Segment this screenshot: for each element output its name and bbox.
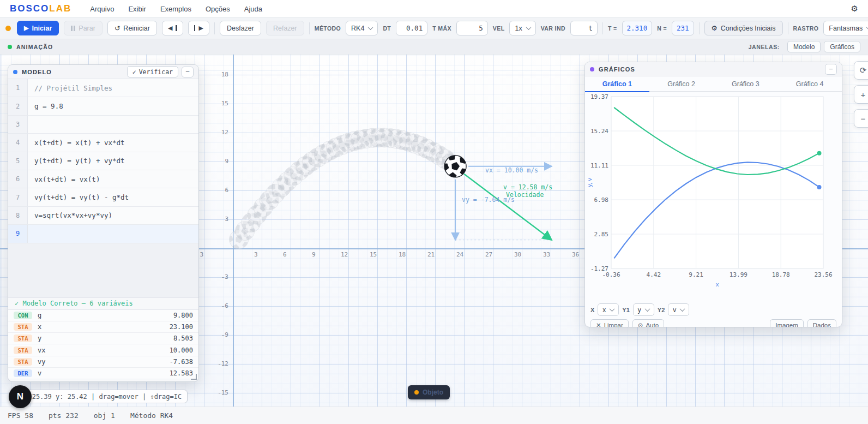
chart-y1-select[interactable]: y xyxy=(633,303,654,316)
chart-y-tick: 11.11 xyxy=(590,162,608,169)
canvas-zoom-out-button[interactable]: − xyxy=(854,109,868,128)
step-forward-button[interactable]: ▶ xyxy=(188,21,209,35)
graficos-panel-header[interactable]: GRÁFICOS − xyxy=(585,62,842,76)
code-line-1[interactable]: 1// Projétil Simples xyxy=(8,79,198,97)
method-label: MÉTODO xyxy=(315,25,341,32)
line-number: 5 xyxy=(8,152,28,170)
step-back-button[interactable]: ◀ xyxy=(162,21,183,35)
code-line-8[interactable]: 8v=sqrt(vx*vx+vy*vy) xyxy=(8,207,198,225)
n-label: N = xyxy=(657,25,667,32)
variable-row-x: STAx23.100 xyxy=(8,321,198,333)
chevron-down-icon xyxy=(368,25,373,30)
start-button[interactable]: ▶Iniciar xyxy=(17,21,59,35)
chart-x-tick: 4.42 xyxy=(647,271,661,278)
varind-input[interactable] xyxy=(570,21,598,35)
graficos-minimize-button[interactable]: − xyxy=(825,64,837,75)
objeto-label: Objeto xyxy=(423,389,443,396)
chart-plot-area xyxy=(611,97,823,268)
animation-bar: ANIMAÇÃO JANELAS: ModeloGráficos xyxy=(0,39,868,55)
code-line-4[interactable]: 4x(t+dt) = x(t) + vx*dt xyxy=(8,134,198,152)
variables-table: CONg9.800STAx23.100STAy8.503STAvx10.000S… xyxy=(8,310,198,380)
variable-kind-badge: STA xyxy=(14,323,32,331)
panel-resize-handle[interactable] xyxy=(191,374,197,380)
status-metodo: Método RK4 xyxy=(130,411,173,420)
janelas-button-graficos[interactable]: Gráficos xyxy=(824,41,860,52)
settings-gear-icon[interactable]: ⚙ xyxy=(851,4,858,14)
verify-button[interactable]: ✓Verificar xyxy=(127,66,178,77)
variable-value: 23.100 xyxy=(170,323,193,331)
code-text: x(t+dt) = x(t) + vx*dt xyxy=(28,134,125,151)
menu-item-exemplos[interactable]: Exemplos xyxy=(160,5,191,13)
export-image-button[interactable]: Imagem xyxy=(770,319,804,327)
redo-button[interactable]: Refazer xyxy=(266,21,304,35)
line-number: 4 xyxy=(8,134,28,151)
variable-name: g xyxy=(38,312,173,319)
code-line-3[interactable]: 3 xyxy=(8,116,198,134)
menu-item-opcoes[interactable]: Opções xyxy=(206,5,230,13)
reset-icon: ↺ xyxy=(114,24,120,32)
tab-grafico-2[interactable]: Gráfico 2 xyxy=(649,76,714,91)
dt-input[interactable] xyxy=(396,21,427,35)
chart-plot: -0.364.429.2113.9918.7823.5619.3715.2411… xyxy=(585,92,842,301)
chart-y2-select[interactable]: v xyxy=(668,303,689,316)
tab-grafico-3[interactable]: Gráfico 3 xyxy=(714,76,778,91)
code-text: g = 9.8 xyxy=(28,97,63,115)
tmax-label: T MÁX xyxy=(432,25,451,32)
tab-grafico-1[interactable]: Gráfico 1 xyxy=(585,76,649,91)
modelo-minimize-button[interactable]: − xyxy=(182,67,194,77)
vel-label: VEL xyxy=(493,25,505,32)
modelo-panel-header[interactable]: MODELO ✓Verificar − xyxy=(8,65,198,79)
clear-chart-button[interactable]: ✕Limpar xyxy=(590,319,629,327)
gear-icon: ⚙ xyxy=(712,24,718,32)
canvas-reset-view-button[interactable]: ⟳ xyxy=(854,61,868,80)
code-line-9[interactable]: 9 xyxy=(8,225,198,243)
chart-x-select[interactable]: x xyxy=(598,303,619,316)
chevron-down-icon xyxy=(680,306,685,312)
code-line-6[interactable]: 6vx(t+dt) = vx(t) xyxy=(8,170,198,188)
rastro-select[interactable]: Fantasmas xyxy=(823,21,868,35)
stop-button[interactable]: Parar xyxy=(64,21,103,35)
code-line-7[interactable]: 7vy(t+dt) = vy(t) - g*dt xyxy=(8,188,198,206)
janelas-button-modelo[interactable]: Modelo xyxy=(787,41,821,52)
code-editor-empty-space[interactable] xyxy=(8,243,198,298)
toolbar: ▶Iniciar Parar ↺Reiniciar ◀ ▶ Desfazer R… xyxy=(0,17,868,39)
export-data-button[interactable]: Dados xyxy=(807,319,836,327)
code-line-2[interactable]: 2g = 9.8 xyxy=(8,97,198,115)
chevron-down-icon xyxy=(644,306,650,312)
reset-button[interactable]: ↺Reiniciar xyxy=(107,21,157,35)
menubar: BOSCOLAB ArquivoExibirExemplosOpçõesAjud… xyxy=(0,0,868,17)
menu-item-ajuda[interactable]: Ajuda xyxy=(244,5,262,13)
animation-title: ANIMAÇÃO xyxy=(16,44,53,50)
initial-conditions-button[interactable]: ⚙Condições Iniciais xyxy=(704,21,783,35)
undo-button[interactable]: Desfazer xyxy=(220,21,261,35)
variable-row-vy: STAvy-7.638 xyxy=(8,356,198,368)
velocity-vector-label: v = 12.58 m/s xyxy=(503,183,552,191)
status-bar: FPS 58pts 232obj 1Método RK4 xyxy=(0,407,868,424)
menu-item-arquivo[interactable]: Arquivo xyxy=(90,5,114,13)
auto-scale-button[interactable]: ⊙Auto xyxy=(632,319,664,327)
chevron-down-icon xyxy=(610,306,615,312)
chart-series-y-end-marker xyxy=(817,185,822,189)
menu-item-exibir[interactable]: Exibir xyxy=(128,5,146,13)
step-back-icon: ◀ xyxy=(168,25,172,31)
reset-view-icon: ⟳ xyxy=(860,65,867,75)
line-number: 1 xyxy=(8,79,28,97)
tmax-input[interactable] xyxy=(456,21,488,35)
variable-row-v: DERv12.583 xyxy=(8,368,198,379)
status-fps: FPS 58 xyxy=(8,411,33,420)
chart-y1-label: Y1 xyxy=(622,307,629,313)
tab-grafico-4[interactable]: Gráfico 4 xyxy=(777,76,842,91)
code-line-5[interactable]: 5y(t+dt) = y(t) + vy*dt xyxy=(8,152,198,170)
code-editor[interactable]: 1// Projétil Simples2g = 9.834x(t+dt) = … xyxy=(8,79,198,243)
modelo-title: MODELO xyxy=(22,69,52,75)
chart-x-label: X xyxy=(590,307,594,313)
vel-select[interactable]: 1x xyxy=(509,21,535,35)
method-select[interactable]: RK4 xyxy=(346,21,378,35)
status-pts: pts 232 xyxy=(49,411,79,420)
canvas-zoom-in-button[interactable]: + xyxy=(854,85,868,104)
line-number: 3 xyxy=(8,116,28,133)
modelo-dot-icon xyxy=(13,70,17,74)
objeto-pill-button[interactable]: Objeto xyxy=(408,385,450,399)
line-number: 9 xyxy=(8,225,28,242)
time-value: 2.310 xyxy=(622,21,653,35)
